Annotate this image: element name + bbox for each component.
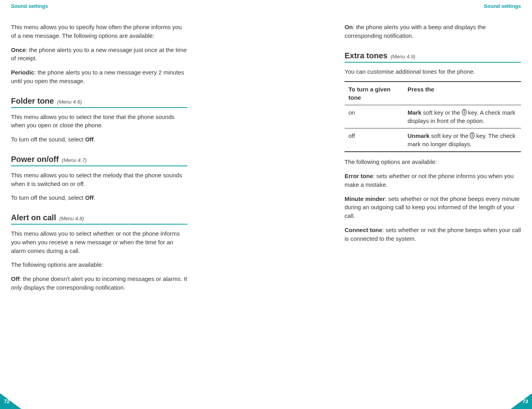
- folder-tone-p2a: To turn off the sound, select: [11, 136, 85, 143]
- section-title: Folder tone: [11, 97, 54, 106]
- i-key-icon: [470, 132, 475, 139]
- section-menu-label: (Menu 4.8): [59, 216, 84, 221]
- svg-point-1: [463, 110, 464, 111]
- alert-off-label: Off: [11, 275, 20, 282]
- section-title: Power on/off: [11, 155, 59, 164]
- option-minute-minder: Minute minder: sets whether or not the p…: [345, 195, 521, 220]
- minute-minder-label: Minute minder: [345, 195, 385, 202]
- power-p2a: To turn off the sound, select: [11, 194, 85, 201]
- table-header-2: Press the: [404, 82, 521, 105]
- connect-tone-label: Connect tone: [345, 227, 382, 233]
- alert-off: Off: the phone doesn't alert you to inco…: [11, 275, 187, 292]
- alert-on-label: On: [345, 24, 353, 30]
- option-periodic: Periodic: the phone alerts you to a new …: [11, 68, 187, 86]
- unmark-label: Unmark: [408, 132, 430, 139]
- i-key-icon: [462, 109, 467, 115]
- section-title: Alert on call: [11, 213, 56, 222]
- once-label: Once: [11, 46, 26, 53]
- section-title: Extra tones: [345, 51, 387, 60]
- page-corner-triangle-left: [0, 393, 21, 409]
- section-head-folder-tone: Folder tone (Menu 4.6): [11, 97, 187, 108]
- power-off: Off: [85, 194, 94, 201]
- running-head-right: Sound settings: [484, 3, 521, 9]
- unmark-text-a: soft key or the: [430, 132, 470, 139]
- folder-tone-p2c: .: [94, 136, 95, 143]
- cell-on-instructions: Mark soft key or the key. A check mark d…: [404, 105, 521, 128]
- cell-off: off: [345, 128, 404, 152]
- running-head-left: Sound settings: [11, 3, 48, 9]
- mark-label: Mark: [408, 109, 421, 116]
- svg-point-4: [472, 134, 473, 134]
- cell-off-instructions: Unmark soft key or the key. The check ma…: [404, 128, 521, 152]
- content-right: On: the phone alerts you with a beep and…: [345, 23, 521, 248]
- section-menu-label: (Menu 4.7): [62, 157, 87, 163]
- section-head-alert: Alert on call (Menu 4.8): [11, 213, 187, 225]
- power-p2: To turn off the sound, select Off.: [11, 193, 187, 202]
- once-text: : the phone alerts you to a new message …: [11, 46, 187, 62]
- table-header-row: To turn a given tone Press the: [345, 82, 521, 105]
- power-p2c: .: [94, 194, 95, 201]
- extra-tones-table: To turn a given tone Press the on Mark s…: [345, 81, 521, 152]
- svg-rect-5: [472, 135, 473, 137]
- cell-on: on: [345, 105, 404, 128]
- alert-off-text: : the phone doesn't alert you to incomin…: [11, 275, 187, 291]
- error-tone-label: Error tone: [345, 173, 373, 179]
- page-spread: Sound settings This menu allows you to s…: [0, 0, 532, 409]
- periodic-label: Periodic: [11, 69, 34, 76]
- option-once: Once: the phone alerts you to a new mess…: [11, 46, 187, 63]
- alert-on: On: the phone alerts you with a beep and…: [345, 23, 521, 40]
- page-right: Sound settings On: the phone alerts you …: [266, 0, 532, 409]
- svg-rect-2: [464, 112, 465, 113]
- option-error-tone: Error tone: sets whether or not the phon…: [345, 172, 521, 189]
- folder-tone-p1: This menu allows you to select the tone …: [11, 113, 187, 130]
- section-head-power: Power on/off (Menu 4.7): [11, 155, 187, 166]
- folder-tone-p2: To turn off the sound, select Off.: [11, 135, 187, 144]
- alert-p2: The following options are available:: [11, 260, 187, 269]
- page-number-left: 72: [4, 398, 9, 404]
- section-menu-label: (Menu 4.6): [57, 99, 82, 105]
- alert-on-text: : the phone alerts you with a beep and d…: [345, 24, 486, 39]
- folder-tone-off: Off: [85, 136, 94, 143]
- intro-paragraph: This menu allows you to specify how ofte…: [11, 23, 187, 40]
- alert-p1: This menu allows you to select whether o…: [11, 229, 187, 255]
- table-row: off Unmark soft key or the key. The chec…: [345, 128, 521, 152]
- extra-intro: You can customise additional tones for t…: [345, 67, 521, 76]
- table-header-1: To turn a given tone: [345, 82, 404, 105]
- content-left: This menu allows you to specify how ofte…: [11, 23, 187, 297]
- page-left: Sound settings This menu allows you to s…: [0, 0, 266, 409]
- power-p1: This menu allows you to select the melod…: [11, 171, 187, 188]
- section-menu-label: (Menu 4.9): [391, 54, 415, 59]
- option-connect-tone: Connect tone: sets whether or not the ph…: [345, 226, 521, 243]
- extra-followup: The following options are available:: [345, 158, 521, 166]
- page-corner-triangle-right: [511, 393, 532, 409]
- mark-text-a: soft key or the: [421, 109, 462, 116]
- periodic-text: : the phone alerts you to a new message …: [11, 69, 184, 84]
- section-head-extra-tones: Extra tones (Menu 4.9): [345, 51, 521, 63]
- table-row: on Mark soft key or the key. A check mar…: [345, 105, 521, 128]
- page-number-right: 73: [523, 398, 528, 404]
